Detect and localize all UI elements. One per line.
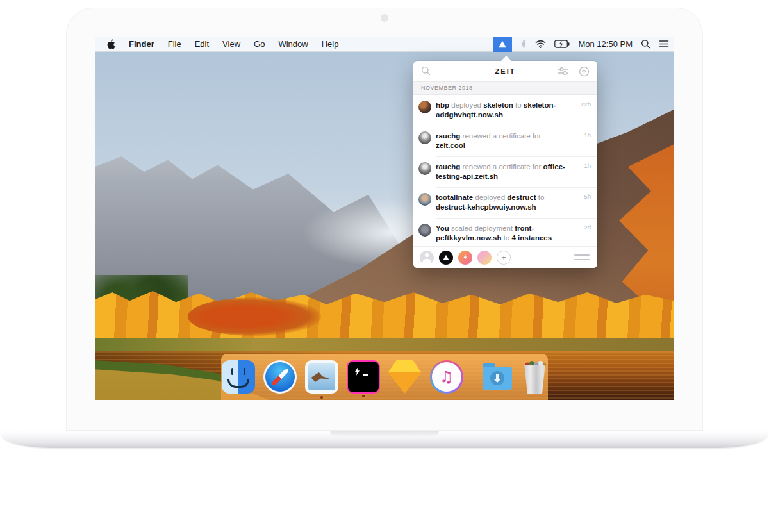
upload-cloud-icon[interactable] — [579, 66, 590, 79]
add-team-button[interactable]: + — [497, 251, 511, 265]
menu-item-help[interactable]: Help — [322, 39, 339, 49]
menu-item-edit[interactable]: Edit — [195, 39, 209, 49]
bolt-icon — [354, 367, 361, 376]
spotlight-search-icon[interactable] — [641, 39, 650, 49]
popover-footer: + — [413, 246, 597, 268]
apple-menu-icon[interactable] — [106, 39, 115, 49]
macbook-mockup: Finder File Edit View Go Window Help — [0, 0, 769, 532]
finder-eye — [244, 368, 245, 375]
event-row[interactable]: tootallnate deployed destruct to destruc… — [413, 187, 597, 218]
terminal-cursor — [363, 374, 368, 376]
event-avatar — [418, 101, 431, 113]
event-time: 1h — [584, 162, 591, 169]
download-arrow-head — [493, 379, 501, 383]
download-arrow — [496, 374, 499, 379]
dock-sketch-icon[interactable] — [388, 360, 422, 394]
event-time: 22h — [581, 101, 591, 108]
dock-hyper-terminal-icon[interactable] — [347, 360, 380, 394]
event-time: 1h — [584, 131, 591, 138]
event-text: rauchg renewed a certificate for office-… — [436, 162, 568, 181]
event-time: 2d — [584, 224, 591, 231]
dock-downloads-folder-icon[interactable] — [481, 360, 514, 394]
menu-item-finder[interactable]: Finder — [129, 39, 154, 49]
bluetooth-icon[interactable] — [520, 39, 527, 49]
popover-title: ZEIT — [413, 61, 597, 81]
desktop-screen: Finder File Edit View Go Window Help — [95, 37, 674, 400]
event-row[interactable]: You scaled deployment front-pcftkkyvlm.n… — [413, 218, 597, 246]
battery-charging-icon[interactable] — [554, 40, 570, 48]
webcam-dot — [381, 14, 388, 22]
event-row[interactable]: hbp deployed skeleton to skeleton-addghv… — [413, 95, 597, 126]
laptop-base-notch — [330, 431, 439, 436]
zeit-team-avatar[interactable] — [439, 251, 453, 265]
event-row[interactable]: rauchg renewed a certificate for zeit.co… — [413, 126, 597, 156]
event-text: tootallnate deployed destruct to destruc… — [436, 193, 568, 212]
menu-item-go[interactable]: Go — [254, 39, 265, 49]
event-avatar — [418, 224, 431, 237]
menu-bar-clock[interactable]: Mon 12:50 PM — [578, 39, 633, 49]
zeit-tray-icon[interactable] — [493, 37, 512, 52]
event-avatar — [418, 131, 431, 144]
dock: ♫ — [221, 354, 548, 400]
wallpaper-red-trees — [188, 297, 321, 336]
event-avatar — [418, 162, 431, 175]
popover-header: ZEIT — [413, 61, 597, 82]
footer-menu-icon[interactable] — [574, 252, 590, 263]
feed-section-header: NOVEMBER 2018 — [413, 82, 597, 95]
wifi-icon[interactable] — [535, 40, 546, 48]
event-row[interactable]: rauchg renewed a certificate for office-… — [413, 156, 597, 187]
event-avatar — [418, 193, 431, 206]
dock-itunes-icon[interactable]: ♫ — [430, 360, 463, 394]
dock-safari-icon[interactable] — [263, 360, 297, 394]
popover-arrow — [501, 56, 511, 61]
menu-bar: Finder File Edit View Go Window Help — [95, 37, 674, 52]
filter-sliders-icon[interactable] — [558, 66, 569, 79]
zeit-popover: ZEIT NOVEMBER 2018 hbp deployed skeleton… — [413, 61, 597, 268]
finder-smile — [227, 379, 249, 388]
dock-finder-icon[interactable] — [222, 360, 255, 394]
hyper-team-avatar[interactable] — [458, 251, 472, 265]
dock-divider — [472, 360, 472, 394]
menu-item-window[interactable]: Window — [278, 39, 308, 49]
finder-eye — [231, 368, 233, 375]
event-text: rauchg renewed a certificate for zeit.co… — [436, 131, 568, 151]
event-text: hbp deployed skeleton to skeleton-addghv… — [436, 101, 568, 120]
event-text: You scaled deployment front-pcftkkyvlm.n… — [436, 224, 568, 243]
dock-trash-icon[interactable] — [522, 360, 548, 394]
bolt-icon — [463, 254, 468, 260]
gradient-team-avatar[interactable] — [477, 251, 492, 265]
music-note-icon: ♫ — [432, 362, 461, 392]
dock-mail-icon[interactable] — [305, 360, 338, 394]
menu-item-view[interactable]: View — [222, 39, 240, 49]
notification-center-icon[interactable] — [659, 40, 669, 48]
menu-item-file[interactable]: File — [168, 39, 181, 49]
trash-can — [524, 365, 547, 394]
event-list: hbp deployed skeleton to skeleton-addghv… — [413, 95, 597, 246]
user-avatar[interactable] — [420, 251, 434, 265]
event-time: 5h — [584, 193, 591, 200]
